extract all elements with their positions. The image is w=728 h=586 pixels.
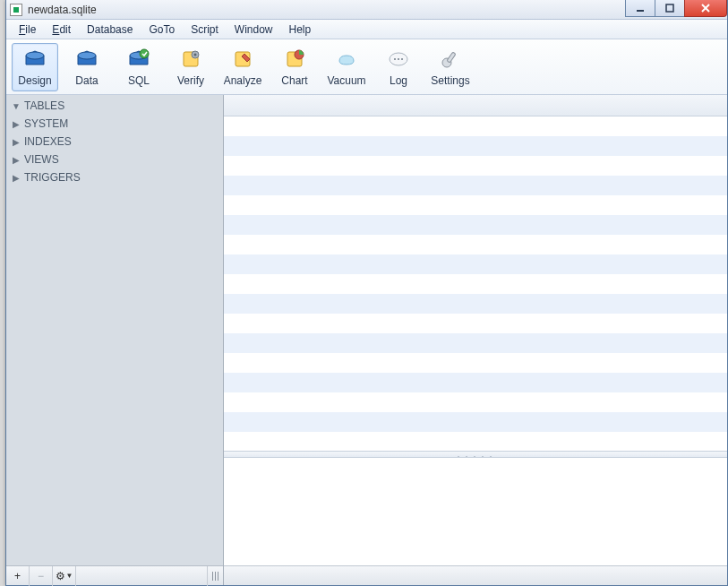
menu-file[interactable]: File: [12, 22, 43, 38]
sidebar-resize-handle[interactable]: [220, 95, 226, 585]
gear-button[interactable]: ⚙▼: [53, 566, 76, 586]
tree-item-tables[interactable]: ▼TABLES: [6, 97, 223, 115]
grid-row[interactable]: [224, 373, 727, 392]
menu-help[interactable]: Help: [282, 22, 319, 38]
body: ▼TABLES ▶SYSTEM ▶INDEXES ▶VIEWS ▶TRIGGER…: [6, 95, 727, 585]
sidebar-footer: + − ⚙▼: [6, 565, 223, 585]
close-button[interactable]: [684, 0, 727, 17]
data-icon: [74, 47, 99, 71]
grid-row[interactable]: [224, 195, 727, 215]
data-button[interactable]: Data: [64, 43, 110, 91]
svg-point-16: [398, 58, 399, 60]
menubar: File Edit Database GoTo Script Window He…: [6, 20, 727, 39]
menu-database[interactable]: Database: [80, 22, 140, 38]
grid-row[interactable]: [224, 314, 727, 333]
verify-icon: [178, 47, 203, 71]
tree-item-views[interactable]: ▶VIEWS: [6, 151, 223, 168]
log-icon: [386, 47, 411, 71]
maximize-button[interactable]: [655, 0, 685, 17]
menu-window[interactable]: Window: [227, 22, 280, 38]
svg-point-4: [26, 52, 44, 59]
grid-row[interactable]: [224, 294, 727, 314]
window-controls: [626, 0, 727, 17]
grid-row[interactable]: [224, 392, 727, 412]
remove-button[interactable]: −: [30, 566, 53, 586]
svg-point-15: [394, 58, 396, 60]
chevron-right-icon: ▶: [12, 155, 21, 165]
horizontal-splitter[interactable]: . . . . .: [224, 451, 727, 458]
menu-script[interactable]: Script: [184, 22, 226, 38]
chart-icon: [282, 47, 307, 71]
tree-item-triggers[interactable]: ▶TRIGGERS: [6, 168, 223, 186]
grid-row[interactable]: [224, 136, 727, 156]
svg-point-5: [78, 52, 96, 59]
log-button[interactable]: Log: [375, 43, 422, 91]
tree: ▼TABLES ▶SYSTEM ▶INDEXES ▶VIEWS ▶TRIGGER…: [6, 95, 223, 565]
menu-goto[interactable]: GoTo: [141, 22, 182, 38]
data-grid[interactable]: [224, 116, 727, 451]
svg-point-7: [140, 49, 149, 58]
chevron-right-icon: ▶: [12, 173, 21, 183]
app-window: newdata.sqlite File Edit Database GoTo S…: [5, 0, 728, 586]
grid-header: [224, 95, 727, 116]
close-icon: [699, 3, 712, 13]
gear-icon: ⚙: [56, 570, 65, 582]
menu-edit[interactable]: Edit: [45, 22, 78, 38]
maximize-icon: [664, 3, 675, 13]
grid-row[interactable]: [224, 254, 727, 274]
chevron-right-icon: ▶: [12, 119, 21, 129]
grid-row[interactable]: [224, 412, 727, 432]
chevron-down-icon: ▼: [66, 572, 73, 580]
grid-row[interactable]: [224, 156, 727, 176]
design-icon: [22, 47, 47, 71]
grid-row[interactable]: [224, 333, 727, 353]
analyze-button[interactable]: Analyze: [219, 43, 266, 91]
sidebar: ▼TABLES ▶SYSTEM ▶INDEXES ▶VIEWS ▶TRIGGER…: [6, 95, 224, 585]
titlebar[interactable]: newdata.sqlite: [6, 0, 727, 20]
design-button[interactable]: Design: [12, 43, 58, 91]
add-button[interactable]: +: [6, 566, 30, 586]
grid-row[interactable]: [224, 353, 727, 373]
analyze-icon: [230, 47, 255, 71]
svg-point-17: [401, 58, 403, 60]
main-panel: . . . . .: [224, 95, 727, 585]
minimize-icon: [635, 3, 646, 13]
chevron-right-icon: ▶: [12, 137, 21, 147]
svg-point-10: [194, 53, 197, 56]
grid-row[interactable]: [224, 176, 727, 195]
settings-icon: [438, 47, 463, 71]
statusbar: [224, 565, 727, 585]
sql-icon: [126, 47, 151, 71]
detail-panel: [224, 458, 727, 565]
vacuum-button[interactable]: Vacuum: [323, 43, 370, 91]
svg-rect-1: [666, 4, 673, 12]
window-title: newdata.sqlite: [28, 4, 97, 16]
app-icon: [10, 4, 22, 16]
grid-row[interactable]: [224, 215, 727, 235]
settings-button[interactable]: Settings: [427, 43, 474, 91]
minimize-button[interactable]: [625, 0, 655, 17]
grid-row[interactable]: [224, 235, 727, 254]
vacuum-icon: [334, 47, 359, 71]
grid-row[interactable]: [224, 274, 727, 294]
sql-button[interactable]: SQL: [116, 43, 162, 91]
chart-button[interactable]: Chart: [271, 43, 318, 91]
tree-item-indexes[interactable]: ▶INDEXES: [6, 133, 223, 151]
tree-item-system[interactable]: ▶SYSTEM: [6, 115, 223, 133]
verify-button[interactable]: Verify: [167, 43, 214, 91]
toolbar: Design Data SQL Verify Analyze: [6, 39, 727, 95]
chevron-down-icon: ▼: [12, 101, 21, 111]
grid-row[interactable]: [224, 116, 727, 136]
svg-rect-19: [447, 51, 456, 62]
